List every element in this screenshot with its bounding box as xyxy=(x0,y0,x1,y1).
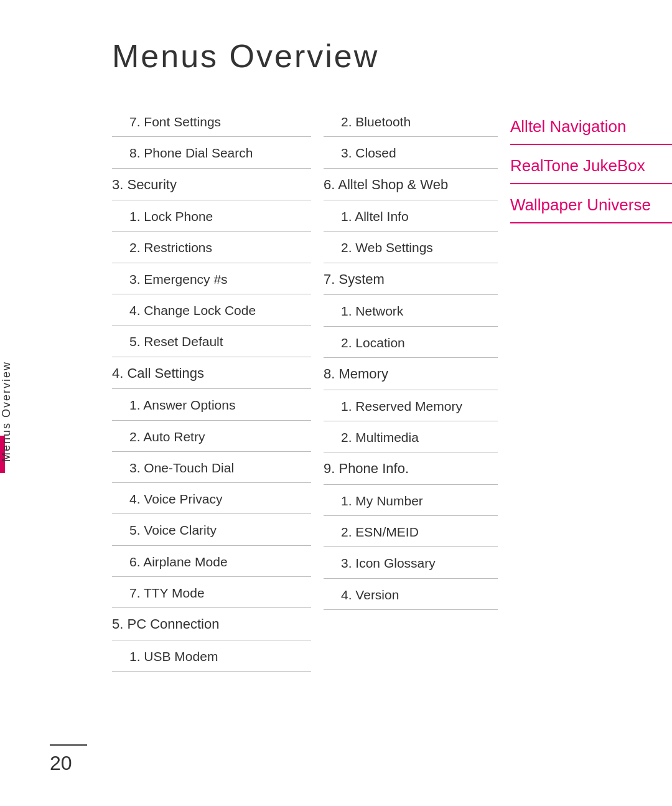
list-item: 1. My Number xyxy=(324,485,498,516)
list-item: 2. Bluetooth xyxy=(324,106,498,137)
list-item: 1. Answer Options xyxy=(112,389,311,420)
list-item: 4. Voice Privacy xyxy=(112,483,311,514)
list-item: 4. Call Settings xyxy=(112,357,311,390)
list-item: 7. Font Settings xyxy=(112,106,311,137)
list-item: 4. Version xyxy=(324,579,498,610)
column-2: 2. Bluetooth3. Closed6. Alltel Shop & We… xyxy=(324,106,498,672)
list-item: 3. One-Touch Dial xyxy=(112,452,311,483)
list-item: 5. Reset Default xyxy=(112,326,311,357)
list-item: 3. Emergency #s xyxy=(112,263,311,294)
column-3: Alltel NavigationRealTone JukeBoxWallpap… xyxy=(510,106,672,672)
list-item: 2. Auto Retry xyxy=(112,421,311,452)
list-item: 8. Memory xyxy=(324,358,498,390)
list-item: 6. Airplane Mode xyxy=(112,546,311,577)
list-item: 8. Phone Dial Search xyxy=(112,137,311,168)
list-item: 5. PC Connection xyxy=(112,608,311,640)
pink-link-item[interactable]: RealTone JukeBox xyxy=(510,145,672,184)
list-item: 2. ESN/MEID xyxy=(324,516,498,547)
page-title: Menus Overview xyxy=(112,37,622,75)
pink-link-item[interactable]: Alltel Navigation xyxy=(510,106,672,145)
list-item: 1. Network xyxy=(324,295,498,326)
list-item: 1. USB Modem xyxy=(112,640,311,672)
content-area: 7. Font Settings8. Phone Dial Search3. S… xyxy=(112,106,622,672)
list-item: 1. Alltel Info xyxy=(324,200,498,232)
list-item: 2. Location xyxy=(324,327,498,358)
page-number: 20 xyxy=(50,744,87,775)
list-item: 7. TTY Mode xyxy=(112,577,311,608)
list-item: 3. Icon Glossary xyxy=(324,547,498,578)
page-container: Menus Overview Menus Overview 7. Font Se… xyxy=(0,0,672,806)
list-item: 3. Closed xyxy=(324,137,498,168)
column-1: 7. Font Settings8. Phone Dial Search3. S… xyxy=(112,106,311,672)
list-item: 2. Multimedia xyxy=(324,421,498,452)
side-tab-label: Menus Overview xyxy=(0,361,13,462)
list-item: 1. Lock Phone xyxy=(112,200,311,232)
list-item: 4. Change Lock Code xyxy=(112,294,311,326)
list-item: 2. Restrictions xyxy=(112,232,311,263)
list-item: 3. Security xyxy=(112,169,311,201)
list-item: 6. Alltel Shop & Web xyxy=(324,169,498,201)
list-item: 9. Phone Info. xyxy=(324,452,498,485)
list-item: 1. Reserved Memory xyxy=(324,390,498,421)
list-item: 2. Web Settings xyxy=(324,232,498,263)
list-item: 5. Voice Clarity xyxy=(112,514,311,545)
pink-link-item[interactable]: Wallpaper Universe xyxy=(510,184,672,223)
list-item: 7. System xyxy=(324,263,498,296)
